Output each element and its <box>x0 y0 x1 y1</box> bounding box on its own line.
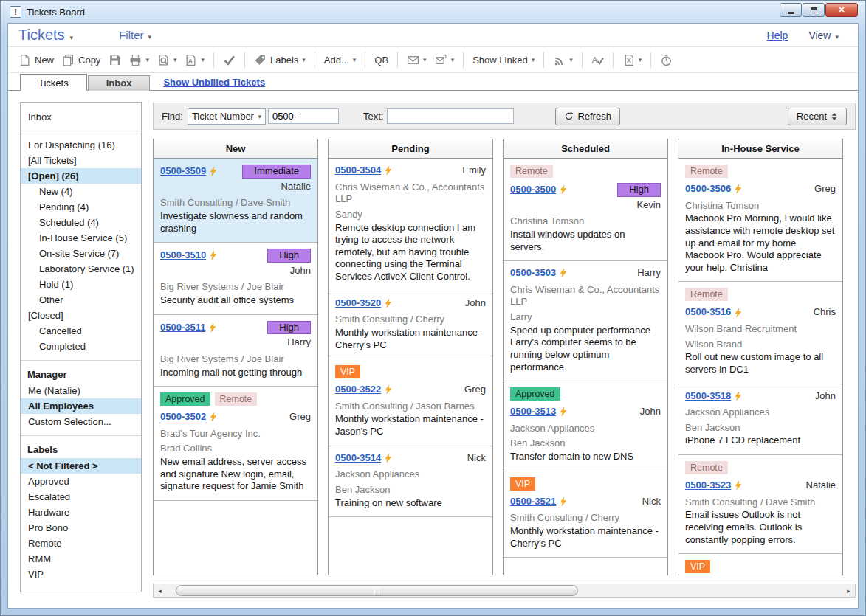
sidebar-item-in-house-service-5[interactable]: In-House Service (5) <box>21 230 141 246</box>
view-menu[interactable]: View▾ <box>808 30 839 41</box>
sidebar-item-scheduled-4[interactable]: Scheduled (4) <box>21 215 141 230</box>
ticket-link[interactable]: 0500-3500 <box>510 184 556 196</box>
sidebar-item-pending-4[interactable]: Pending (4) <box>21 199 141 215</box>
ticket-card[interactable]: 0500-3518JohnJackson AppliancesBen Jacks… <box>678 384 842 456</box>
excel-export-button[interactable]: X▾ <box>621 52 644 69</box>
ticket-link[interactable]: 0500-3523 <box>685 480 731 492</box>
recent-sort-button[interactable]: Recent <box>788 108 847 125</box>
maximize-button[interactable] <box>803 3 825 17</box>
ticket-card[interactable]: 0500-3511HighHarryBig River Systems / Jo… <box>154 315 317 387</box>
refresh-button[interactable]: Refresh <box>555 108 620 125</box>
ticket-link[interactable]: 0500-3502 <box>160 411 206 423</box>
ticket-link[interactable]: 0500-3504 <box>335 165 381 177</box>
ticket-link[interactable]: 0500-3510 <box>160 249 206 262</box>
ticket-card[interactable]: 0500-3504EmilyChris Wiseman & Co., Accou… <box>329 159 492 291</box>
print-preview-button[interactable]: ▾ <box>156 52 179 69</box>
tab-tickets[interactable]: Tickets <box>20 74 87 91</box>
assigned-tech: Natalie <box>802 480 836 492</box>
find-type-select[interactable]: Ticket Number▾ <box>188 108 266 125</box>
close-button[interactable]: ✕ <box>825 3 858 17</box>
sidebar-item-approved[interactable]: Approved <box>21 474 141 489</box>
ticket-card[interactable]: Approved0500-3513JohnJackson AppliancesB… <box>504 381 667 471</box>
sidebar-section: Inbox <box>21 108 141 126</box>
sidebar-item-hold-1[interactable]: Hold (1) <box>21 277 141 292</box>
ticket-card[interactable]: 0500-3520JohnSmith Consulting / CherryMo… <box>329 291 492 360</box>
ticket-card[interactable]: 0500-3510HighJohnBig River Systems / Joe… <box>154 243 317 315</box>
show-unbilled-tickets-link[interactable]: Show Unbilled Tickets <box>163 77 265 88</box>
add-button[interactable]: Add...▾ <box>323 52 358 68</box>
ticket-link[interactable]: 0500-3520 <box>335 297 381 310</box>
help-link[interactable]: Help <box>767 30 788 41</box>
ticket-card[interactable]: Remote0500-3516ChrisWilson Brand Recruit… <box>678 282 842 384</box>
ticket-link[interactable]: 0500-3503 <box>510 267 556 280</box>
sidebar-item-me-natalie[interactable]: Me (Natalie) <box>21 383 141 398</box>
ticket-card[interactable]: Remote0500-3500HighKevinChristina Tomson… <box>504 159 667 261</box>
ticket-card[interactable]: VIP0500-3521NickSmith Consulting / Cherr… <box>504 471 667 558</box>
labels-button[interactable]: Labels▾ <box>252 52 307 69</box>
ticket-card[interactable]: 0500-3509ImmediateNatalieSmith Consultin… <box>154 159 317 243</box>
sidebar-item-remote[interactable]: Remote <box>21 536 141 551</box>
ticket-link[interactable]: 0500-3513 <box>510 406 556 418</box>
sidebar-item-cancelled[interactable]: Cancelled <box>21 323 141 339</box>
complete-button[interactable] <box>221 52 237 69</box>
sidebar-item-new-4[interactable]: New (4) <box>21 184 141 199</box>
find-text-input[interactable] <box>387 108 514 124</box>
ticket-link[interactable]: 0500-3521 <box>510 496 556 508</box>
tickets-menu[interactable]: Tickets▾ <box>18 27 73 44</box>
pdf-export-button[interactable]: A▾ <box>183 52 206 69</box>
spellcheck-button[interactable]: A <box>590 52 605 69</box>
save-button[interactable] <box>107 52 123 69</box>
sidebar-item-all-tickets[interactable]: [All Tickets] <box>21 153 141 168</box>
sidebar-item-inbox[interactable]: Inbox <box>21 109 141 125</box>
chevron-down-icon: ▾ <box>639 56 642 63</box>
ticket-link[interactable]: 0500-3511 <box>160 322 205 334</box>
horizontal-scrollbar[interactable]: ◂ ▸ <box>153 584 856 598</box>
sidebar-item-other[interactable]: Other <box>21 292 141 308</box>
timer-button[interactable] <box>659 52 674 69</box>
sidebar-item-on-site-service-7[interactable]: On-site Service (7) <box>21 246 141 261</box>
email-button[interactable]: ▾ <box>405 52 428 69</box>
ticket-link[interactable]: 0500-3506 <box>685 183 731 195</box>
sidebar-item-open-26[interactable]: [Open] (26) <box>21 168 141 184</box>
sidebar-item-laboratory-service-1[interactable]: Laboratory Service (1) <box>21 261 141 277</box>
print-button[interactable]: ▾ <box>128 52 151 69</box>
sidebar-item-vip[interactable]: VIP <box>21 567 141 582</box>
scrollbar-track[interactable] <box>166 584 842 597</box>
send-document-button[interactable]: ▾ <box>433 52 456 69</box>
find-number-input[interactable] <box>268 108 339 124</box>
rss-button[interactable]: ▾ <box>551 52 574 69</box>
sidebar-item-completed[interactable]: Completed <box>21 339 141 354</box>
quickbooks-button[interactable]: QB <box>373 52 390 68</box>
ticket-card[interactable]: VIP0500-3522GregSmith Consulting / Jason… <box>329 359 492 446</box>
sidebar-item-closed[interactable]: [Closed] <box>21 308 141 323</box>
sidebar-item-escalated[interactable]: Escalated <box>21 489 141 505</box>
scroll-left-arrow[interactable]: ◂ <box>154 584 166 597</box>
scrollbar-thumb[interactable] <box>176 585 578 596</box>
copy-button[interactable]: Copy <box>61 52 102 69</box>
ticket-link[interactable]: 0500-3522 <box>335 384 381 396</box>
ticket-card[interactable]: Remote0500-3506GregChristina TomsonMacbo… <box>678 159 842 282</box>
ticket-card[interactable]: ApprovedRemote0500-3502GregBrad's Tour A… <box>154 387 317 501</box>
scroll-right-arrow[interactable]: ▸ <box>842 584 855 597</box>
ticket-card[interactable]: Remote0500-3523NatalieSmith Consulting /… <box>678 455 842 554</box>
sidebar-item-custom-selection[interactable]: Custom Selection... <box>21 414 141 429</box>
sidebar-item-all-employees[interactable]: All Employees <box>21 398 141 414</box>
ticket-card[interactable]: VIP0500-3524KevinSmith Consulting / Cind… <box>678 554 842 575</box>
ticket-card[interactable]: 0500-3514NickJackson AppliancesBen Jacks… <box>329 446 492 518</box>
filter-menu[interactable]: Filter▾ <box>119 29 151 41</box>
ticket-card[interactable]: 0500-3503HarryChris Wiseman & Co., Accou… <box>504 261 667 381</box>
ticket-link[interactable]: 0500-3518 <box>685 390 731 403</box>
show-linked-button[interactable]: Show Linked▾ <box>471 52 536 68</box>
ticket-link[interactable]: 0500-3516 <box>685 306 731 319</box>
sidebar-item-for-dispatching-16[interactable]: For Dispatching (16) <box>21 137 141 153</box>
ticket-link[interactable]: 0500-3509 <box>160 165 206 178</box>
sidebar-item-hardware[interactable]: Hardware <box>21 505 141 520</box>
ticket-link[interactable]: 0500-3514 <box>335 452 381 465</box>
sidebar-item-pro-bono[interactable]: Pro Bono <box>21 520 141 536</box>
tab-inbox[interactable]: Inbox <box>88 75 151 91</box>
sidebar-item-not-filtered[interactable]: < Not Filtered > <box>21 458 141 474</box>
minimize-button[interactable] <box>780 3 802 17</box>
new-button[interactable]: New <box>17 52 55 69</box>
sidebar-item-rmm[interactable]: RMM <box>21 551 141 567</box>
ticket-row: 0500-3502Greg <box>160 411 311 423</box>
